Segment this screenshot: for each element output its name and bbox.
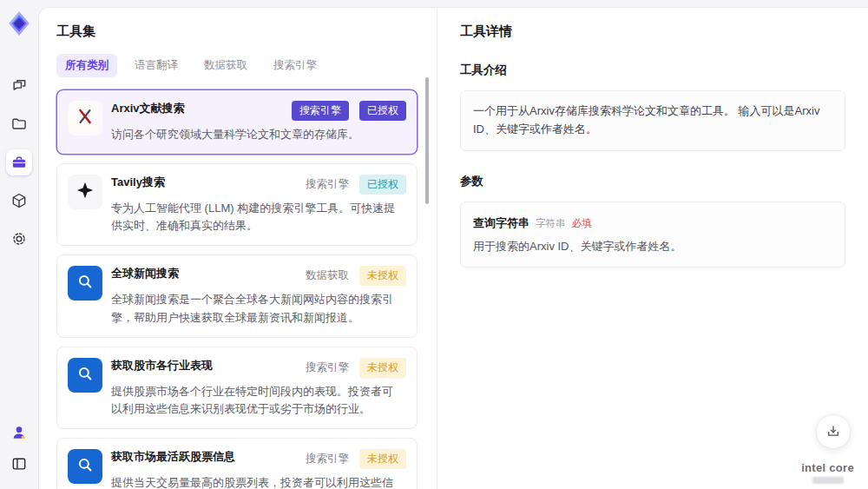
intel-core-text: intel core bbox=[801, 461, 854, 474]
download-button[interactable] bbox=[816, 414, 851, 449]
intro-heading: 工具介绍 bbox=[460, 63, 845, 78]
app-logo-icon bbox=[6, 10, 32, 36]
parameter-required-badge: 必填 bbox=[572, 218, 592, 228]
tool-auth-badge: 已授权 bbox=[359, 175, 406, 195]
tavily-icon bbox=[76, 181, 95, 203]
nav-item-briefcase[interactable] bbox=[6, 149, 32, 175]
tool-icon-box bbox=[68, 358, 102, 393]
tool-auth-badge: 未授权 bbox=[359, 266, 406, 286]
tool-card-body: 获取市场最活跃股票信息搜索引擎未授权提供当天交易量最高的股票列表，投资者可以利用… bbox=[111, 449, 406, 489]
search-blue-icon bbox=[76, 364, 95, 387]
parameter-type: 字符串 bbox=[536, 218, 566, 228]
intel-core-logo: intel core bbox=[801, 461, 854, 484]
tool-category-badge: 搜索引擎 bbox=[292, 101, 349, 121]
tool-icon-box bbox=[68, 175, 102, 209]
tool-auth-badge: 已授权 bbox=[359, 101, 406, 121]
parameter-card: 查询字符串字符串必填 用于搜索的Arxiv ID、关键字或作者姓名。 bbox=[460, 202, 845, 268]
tool-title: Tavily搜索 bbox=[111, 175, 165, 190]
tool-card-list: Arxiv文献搜索搜索引擎已授权访问各个研究领域大量科学论文和文章的存储库。Ta… bbox=[56, 89, 418, 489]
tool-auth-badge: 未授权 bbox=[359, 358, 406, 378]
user-icon bbox=[10, 424, 28, 441]
intro-text-box: 一个用于从Arxiv存储库搜索科学论文和文章的工具。 输入可以是Arxiv ID… bbox=[460, 90, 845, 151]
nav-item-panel[interactable] bbox=[6, 451, 32, 477]
tool-card[interactable]: Arxiv文献搜索搜索引擎已授权访问各个研究领域大量科学论文和文章的存储库。 bbox=[56, 89, 418, 155]
nav-icon-group-top bbox=[6, 73, 32, 264]
tool-list-panel: 工具集 所有类别语言翻译数据获取搜索引擎 Arxiv文献搜索搜索引擎已授权访问各… bbox=[39, 8, 437, 489]
tool-auth-badge: 未授权 bbox=[359, 449, 406, 469]
briefcase-icon bbox=[10, 154, 28, 171]
tool-description: 专为人工智能代理 (LLM) 构建的搜索引擎工具。可快速提供实时、准确和真实的结… bbox=[111, 200, 398, 235]
parameter-header: 查询字符串字符串必填 bbox=[473, 215, 832, 231]
tool-title: Arxiv文献搜索 bbox=[111, 101, 185, 116]
tool-category-badge: 搜索引擎 bbox=[306, 177, 349, 192]
tool-card-body: Arxiv文献搜索搜索引擎已授权访问各个研究领域大量科学论文和文章的存储库。 bbox=[111, 101, 406, 143]
arxiv-icon bbox=[75, 106, 95, 130]
tool-badges: 搜索引擎已授权 bbox=[299, 175, 406, 195]
gear-icon bbox=[10, 230, 28, 248]
download-icon bbox=[825, 424, 841, 439]
tool-card[interactable]: 全球新闻搜索数据获取未授权全球新闻搜索是一个聚合全球各大新闻网站内容的搜索引擎，… bbox=[56, 254, 418, 337]
tool-description: 提供股票市场各个行业在特定时间段内的表现。投资者可以利用这些信息来识别表现优于或… bbox=[111, 383, 398, 418]
tool-card[interactable]: Tavily搜索搜索引擎已授权专为人工智能代理 (LLM) 构建的搜索引擎工具。… bbox=[56, 163, 418, 246]
folder-icon bbox=[10, 116, 28, 133]
tool-category-badge: 搜索引擎 bbox=[306, 452, 349, 466]
chat-icon bbox=[10, 77, 28, 95]
page-title: 工具集 bbox=[56, 23, 418, 40]
tool-category-badge: 数据获取 bbox=[306, 268, 349, 283]
cube-icon bbox=[10, 192, 28, 209]
nav-item-user[interactable] bbox=[6, 420, 32, 446]
tab-category-2[interactable]: 数据获取 bbox=[195, 54, 256, 77]
tool-description: 提供当天交易量最高的股票列表，投资者可以利用这些信息来识别流动性强的股票和潜在的… bbox=[111, 474, 398, 489]
search-blue-icon bbox=[76, 272, 95, 294]
tab-category-1[interactable]: 语言翻译 bbox=[126, 54, 187, 77]
nav-item-folder[interactable] bbox=[6, 111, 32, 137]
left-nav-rail bbox=[0, 0, 38, 489]
tool-icon-box bbox=[68, 449, 102, 484]
tool-icon-box bbox=[68, 101, 102, 135]
tab-category-3[interactable]: 搜索引擎 bbox=[265, 54, 326, 77]
params-heading: 参数 bbox=[460, 174, 845, 189]
nav-item-cube[interactable] bbox=[6, 188, 32, 214]
nav-item-chat[interactable] bbox=[6, 73, 32, 99]
tool-card[interactable]: 获取股市各行业表现搜索引擎未授权提供股票市场各个行业在特定时间段内的表现。投资者… bbox=[56, 347, 418, 429]
search-blue-icon bbox=[76, 455, 95, 478]
tool-badges: 搜索引擎未授权 bbox=[299, 358, 406, 378]
parameter-description: 用于搜索的Arxiv ID、关键字或作者姓名。 bbox=[473, 239, 832, 254]
list-scrollbar-thumb[interactable] bbox=[425, 77, 429, 204]
parameter-name: 查询字符串 bbox=[473, 216, 529, 229]
nav-icon-group-bottom bbox=[6, 420, 32, 489]
tool-badges: 数据获取未授权 bbox=[299, 266, 406, 286]
tool-card-body: Tavily搜索搜索引擎已授权专为人工智能代理 (LLM) 构建的搜索引擎工具。… bbox=[111, 175, 406, 235]
tool-description: 全球新闻搜索是一个聚合全球各大新闻网站内容的搜索引擎，帮助用户快速获取全球最新资… bbox=[111, 291, 398, 326]
tool-title: 获取股市各行业表现 bbox=[111, 358, 213, 373]
nav-item-gear[interactable] bbox=[6, 226, 32, 252]
main-panel: 工具集 所有类别语言翻译数据获取搜索引擎 Arxiv文献搜索搜索引擎已授权访问各… bbox=[38, 7, 868, 489]
category-tabs: 所有类别语言翻译数据获取搜索引擎 bbox=[56, 54, 418, 77]
tool-card-body: 全球新闻搜索数据获取未授权全球新闻搜索是一个聚合全球各大新闻网站内容的搜索引擎，… bbox=[111, 266, 406, 326]
intel-core-sub-badge bbox=[812, 477, 844, 484]
tool-badges: 搜索引擎未授权 bbox=[299, 449, 406, 469]
panel-icon bbox=[10, 455, 28, 472]
detail-title: 工具详情 bbox=[460, 23, 845, 40]
tool-icon-box bbox=[68, 266, 102, 301]
tool-badges: 搜索引擎已授权 bbox=[285, 101, 406, 121]
tool-category-badge: 搜索引擎 bbox=[306, 360, 349, 375]
tool-title: 获取市场最活跃股票信息 bbox=[111, 449, 235, 465]
tool-detail-panel: 工具详情 工具介绍 一个用于从Arxiv存储库搜索科学论文和文章的工具。 输入可… bbox=[437, 8, 868, 489]
tool-description: 访问各个研究领域大量科学论文和文章的存储库。 bbox=[111, 126, 398, 143]
tab-category-0[interactable]: 所有类别 bbox=[56, 54, 117, 77]
tool-title: 全球新闻搜索 bbox=[111, 266, 179, 281]
tool-card[interactable]: 获取市场最活跃股票信息搜索引擎未授权提供当天交易量最高的股票列表，投资者可以利用… bbox=[56, 438, 418, 489]
tool-card-body: 获取股市各行业表现搜索引擎未授权提供股票市场各个行业在特定时间段内的表现。投资者… bbox=[111, 358, 406, 418]
